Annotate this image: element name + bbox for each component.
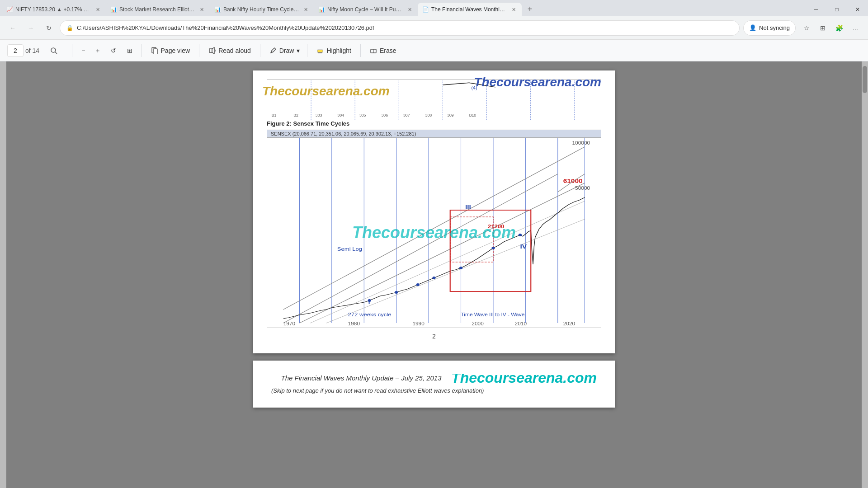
- svg-text:304: 304: [337, 113, 344, 117]
- browser-toolbar: ☆ ⊞ 🧩 ...: [799, 21, 863, 35]
- tab-close-3[interactable]: ✕: [302, 6, 309, 13]
- read-aloud-icon: [208, 47, 216, 54]
- tab-title-2: Stock Market Research Elliott W...: [119, 6, 195, 13]
- svg-text:2010: 2010: [515, 321, 527, 326]
- tab-title-5: The Financial Waves Monthly U...: [431, 6, 507, 13]
- scroll-thumb[interactable]: [863, 66, 867, 93]
- window-controls: ─ □ ✕: [806, 3, 868, 16]
- close-button[interactable]: ✕: [847, 1, 868, 18]
- not-syncing-label: Not syncing: [759, 24, 790, 31]
- scrollbar-left: [0, 61, 6, 488]
- erase-button[interactable]: Erase: [364, 44, 402, 57]
- svg-text:1980: 1980: [348, 321, 360, 326]
- svg-text:2000: 2000: [472, 321, 483, 326]
- tab-title-3: Bank Nifty Hourly Time Cycles...: [223, 6, 299, 13]
- svg-point-70: [432, 277, 435, 279]
- svg-text:2020: 2020: [563, 321, 575, 326]
- svg-text:308: 308: [425, 113, 432, 117]
- svg-rect-7: [317, 50, 323, 52]
- collections-button[interactable]: ⊞: [816, 21, 830, 35]
- sensex-chart: SENSEX (20,066.71, 20,351.06, 20,065.69,…: [267, 130, 601, 328]
- zoom-in-button[interactable]: +: [90, 44, 105, 57]
- draw-dropdown-arrow: ▾: [297, 47, 300, 54]
- svg-point-72: [491, 247, 495, 249]
- tab-close-5[interactable]: ✕: [510, 6, 517, 13]
- tab-close-4[interactable]: ✕: [406, 6, 413, 13]
- highlight-button[interactable]: Highlight: [311, 44, 356, 57]
- svg-text:B10: B10: [469, 113, 476, 117]
- svg-point-73: [519, 234, 522, 236]
- refresh-button[interactable]: ↻: [42, 21, 56, 35]
- svg-marker-4: [209, 49, 212, 52]
- svg-text:305: 305: [359, 113, 366, 117]
- tab-bank-nifty[interactable]: 📊 Bank Nifty Hourly Time Cycles... ✕: [210, 3, 314, 16]
- minimize-button[interactable]: ─: [806, 1, 826, 18]
- tab-close-2[interactable]: ✕: [198, 6, 205, 13]
- svg-text:III: III: [465, 204, 471, 211]
- toolbar-separator-6: [360, 44, 361, 57]
- extensions-button[interactable]: 🧩: [832, 21, 846, 35]
- toolbar-separator-5: [307, 44, 307, 57]
- tab-title-4: Nifty Moon Cycle – Will It Push...: [327, 6, 403, 13]
- more-button[interactable]: ...: [848, 21, 863, 35]
- page-total-label: of 14: [25, 47, 39, 54]
- zoom-out-button[interactable]: −: [76, 44, 90, 57]
- tab-close-1[interactable]: ✕: [94, 6, 101, 13]
- back-button[interactable]: ←: [5, 21, 20, 35]
- figure-label: Figure 2: Sensex Time Cycles: [267, 120, 606, 127]
- svg-line-1: [55, 52, 57, 54]
- search-button[interactable]: [47, 43, 61, 58]
- forward-button[interactable]: →: [24, 21, 38, 35]
- page-view-button[interactable]: Page view: [146, 44, 196, 57]
- svg-text:B1: B1: [272, 113, 277, 117]
- url-bar[interactable]: 🔒 C:/Users/ASHISH%20KYAL/Downloads/The%2…: [60, 20, 740, 36]
- svg-marker-5: [212, 47, 214, 54]
- svg-text:272 weeks cycle: 272 weeks cycle: [348, 312, 392, 318]
- url-security-icon: 🔒: [66, 25, 73, 31]
- favorites-button[interactable]: ☆: [799, 21, 814, 35]
- svg-point-67: [368, 299, 371, 302]
- draw-button[interactable]: Draw ▾: [264, 44, 304, 57]
- chart-header: SENSEX (20,066.71, 20,351.06, 20,065.69,…: [267, 130, 601, 138]
- address-bar: ← → ↻ 🔒 C:/Users/ASHISH%20KYAL/Downloads…: [0, 16, 868, 40]
- tab-nifty-moon[interactable]: 📊 Nifty Moon Cycle – Will It Push... ✕: [314, 3, 418, 16]
- highlight-icon: [316, 47, 324, 54]
- svg-text:IV: IV: [520, 243, 527, 250]
- search-icon: [50, 47, 57, 54]
- pdf-page-2: (4) B1 B2 303 304 305: [253, 70, 615, 353]
- maximize-button[interactable]: □: [826, 1, 847, 18]
- svg-point-0: [51, 48, 56, 52]
- rotate-button[interactable]: ↺: [105, 44, 122, 57]
- pdf-viewport[interactable]: (4) B1 B2 303 304 305: [6, 61, 862, 488]
- svg-rect-3: [153, 49, 157, 54]
- pdf-page-content: (4) B1 B2 303 304 305: [253, 70, 615, 353]
- url-display: C:/Users/ASHISH%20KYAL/Downloads/The%20F…: [77, 24, 733, 31]
- svg-text:B2: B2: [293, 113, 298, 117]
- tab-financial-waves[interactable]: 📄 The Financial Waves Monthly U... ✕: [418, 3, 522, 16]
- new-tab-button[interactable]: +: [524, 3, 536, 15]
- svg-point-68: [395, 291, 398, 294]
- svg-text:1990: 1990: [412, 321, 424, 326]
- chart-body: Thecoursearena.com 100000 50000: [267, 138, 601, 328]
- svg-point-71: [459, 267, 462, 269]
- svg-text:61000: 61000: [563, 178, 583, 184]
- not-syncing-button[interactable]: 👤 Not syncing: [743, 20, 796, 36]
- scrollbar-right[interactable]: [862, 61, 868, 488]
- fit-page-button[interactable]: ⊞: [122, 44, 138, 57]
- watermark-center: Thecoursearena.com: [352, 223, 516, 242]
- watermark-top-left: Thecoursearena.com: [262, 84, 390, 99]
- watermark-next-page: Thecoursearena.com: [451, 374, 597, 386]
- tab-favicon-1: 📈: [6, 6, 13, 13]
- tab-bar: 📈 NIFTY 17853.20 ▲ +0.17% Unn... ✕ 📊 Sto…: [0, 0, 868, 16]
- chart-title: SENSEX (20,066.71, 20,351.06, 20,065.69,…: [271, 131, 416, 136]
- tab-stock-research[interactable]: 📊 Stock Market Research Elliott W... ✕: [106, 3, 210, 16]
- page-number: 2: [262, 328, 606, 344]
- svg-line-11: [443, 83, 469, 85]
- svg-text:303: 303: [316, 113, 322, 117]
- svg-text:100000: 100000: [572, 141, 590, 145]
- read-aloud-button[interactable]: Read aloud: [203, 44, 256, 57]
- page-number-input[interactable]: [7, 44, 24, 57]
- svg-text:Semi Log: Semi Log: [337, 246, 362, 252]
- tab-nifty[interactable]: 📈 NIFTY 17853.20 ▲ +0.17% Unn... ✕: [2, 3, 106, 16]
- main-content: (4) B1 B2 303 304 305: [0, 61, 868, 488]
